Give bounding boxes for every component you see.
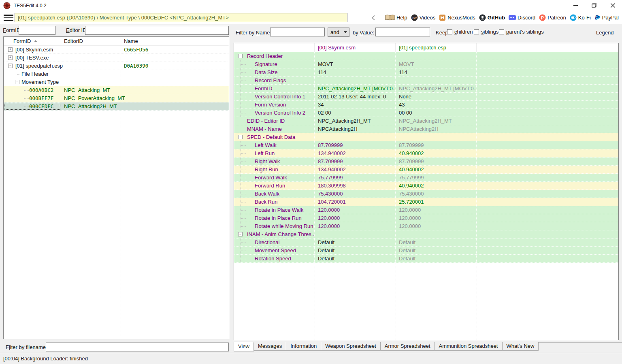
tab-armor-spreadsheet[interactable]: Armor Spreadsheet (380, 342, 435, 351)
view-cell-label[interactable]: −INAM - Anim Change Thres... (234, 230, 315, 238)
toolbar-link-videos[interactable]: GPVideos (411, 14, 436, 21)
view-row[interactable]: Record Flags (234, 77, 618, 85)
tree-cell-formid[interactable]: +[00] Skyrim.esm (4, 46, 61, 53)
view-row[interactable]: Rotate in Place Walk120.0000120.0000 (234, 206, 618, 214)
view-cell-master-value[interactable]: 120.0000 (315, 206, 396, 214)
tree-cell-formid[interactable]: 000BFF7F (4, 94, 61, 102)
view-cell-label[interactable]: Version Control Info 2 (234, 109, 315, 117)
keep-siblings-checkbox[interactable]: siblings (474, 29, 498, 35)
view-column-header-2[interactable]: [01] speedpatch.esp (396, 43, 477, 52)
view-row[interactable]: Right Walk87.70999987.709999 (234, 158, 618, 166)
view-cell-label[interactable]: Left Walk (234, 141, 315, 149)
view-cell-override-value[interactable]: 75.430000 (396, 190, 477, 198)
view-cell-master-value[interactable]: NPC_Attacking2H_MT [MOVT:0... (315, 85, 396, 92)
view-row[interactable]: Right Run134.94000240.940002 (234, 166, 618, 174)
view-row[interactable]: Back Run104.72000125.720001 (234, 198, 618, 206)
tree-column-name[interactable]: Name (121, 37, 229, 45)
expand-icon[interactable]: + (8, 47, 13, 52)
view-cell-master-value[interactable]: 134.940002 (315, 149, 396, 157)
view-cell-override-value[interactable]: Default (396, 247, 477, 254)
view-row[interactable]: FormIDNPC_Attacking2H_MT [MOVT:0...NPC_A… (234, 85, 618, 93)
view-row[interactable]: Back Walk75.43000075.430000 (234, 190, 618, 198)
close-button[interactable] (603, 0, 622, 11)
view-cell-master-value[interactable] (315, 77, 396, 84)
view-cell-master-value[interactable]: 2011-02-13 User: 44 Index: 0 (315, 93, 396, 100)
collapse-icon[interactable]: − (8, 64, 13, 68)
view-cell-master-value[interactable]: 75.779999 (315, 174, 396, 181)
view-cell-label[interactable]: −SPED - Default Data (234, 133, 315, 141)
tree-cell-formid[interactable]: −[01] speedpatch.esp (4, 62, 61, 70)
tree-cell-name[interactable]: D0A10390 (121, 63, 229, 69)
tab-information[interactable]: Information (286, 342, 321, 351)
view-cell-override-value[interactable]: NPC_Attacking2H_MT (396, 117, 477, 125)
tree-cell-formid[interactable]: −Movement Type (4, 78, 61, 86)
view-cell-master-value[interactable]: 34 (315, 101, 396, 109)
collapse-icon[interactable]: − (238, 54, 243, 58)
tree-column-editorid[interactable]: EditorID (61, 37, 121, 45)
tree-cell-formid[interactable]: 000CEDFC (4, 102, 61, 110)
view-cell-override-value[interactable]: None (396, 93, 477, 100)
view-cell-label[interactable]: Record Flags (234, 77, 315, 84)
view-cell-label[interactable]: Rotation Speed (234, 255, 315, 262)
view-cell-override-value[interactable]: NPCAttacking2H (396, 125, 477, 133)
tab-ammunition-spreadsheet[interactable]: Ammunition Spreadsheet (435, 342, 503, 351)
view-cell-label[interactable]: Version Control Info 1 (234, 93, 315, 100)
view-cell-override-value[interactable] (396, 230, 477, 238)
view-cell-label[interactable]: Back Run (234, 198, 315, 206)
view-cell-master-value[interactable] (315, 52, 396, 60)
collapse-icon[interactable]: − (238, 232, 243, 236)
view-cell-label[interactable]: EDID - Editor ID (234, 117, 315, 125)
view-cell-master-value[interactable]: NPCAttacking2H (315, 125, 396, 133)
view-cell-master-value[interactable] (315, 230, 396, 238)
editorid-filter-input[interactable] (85, 26, 229, 35)
toolbar-link-nexusmods[interactable]: NexusMods (439, 14, 475, 21)
restore-button[interactable] (585, 0, 603, 11)
view-cell-master-value[interactable] (315, 133, 396, 141)
tab-weapon-spreadsheet[interactable]: Weapon Spreadsheet (321, 342, 381, 351)
view-cell-master-value[interactable]: Default (315, 238, 396, 246)
view-cell-label[interactable]: FormID (234, 85, 315, 92)
filename-filter-input[interactable] (46, 343, 229, 351)
view-cell-label[interactable]: Form Version (234, 101, 315, 109)
view-cell-label[interactable]: Forward Walk (234, 174, 315, 181)
view-row[interactable]: Data Size114114 (234, 68, 618, 77)
view-cell-label[interactable]: Right Run (234, 166, 315, 173)
view-row[interactable]: Rotate while Moving Run120.0000120.0000 (234, 222, 618, 230)
view-column-header-0[interactable] (234, 43, 315, 52)
view-row[interactable]: EDID - Editor IDNPC_Attacking2H_MTNPC_At… (234, 117, 618, 125)
tree-cell-formid[interactable]: +[00] TESV.exe (4, 54, 61, 62)
view-cell-master-value[interactable]: 02 00 (315, 109, 396, 117)
view-cell-label[interactable]: Forward Run (234, 182, 315, 189)
tab-what-s-new[interactable]: What's New (502, 342, 539, 351)
checkbox-icon[interactable] (499, 29, 504, 34)
tree-cell-editorid[interactable]: NPC_Attacking2H_MT (61, 103, 121, 109)
view-row[interactable]: Left Walk87.70999987.709999 (234, 141, 618, 149)
view-cell-override-value[interactable] (396, 52, 477, 60)
toolbar-link-kofi[interactable]: Ko-Fi (570, 14, 591, 21)
view-cell-override-value[interactable]: MOVT (396, 60, 477, 68)
view-row[interactable]: MNAM - NameNPCAttacking2HNPCAttacking2H (234, 125, 618, 133)
tab-view[interactable]: View (234, 342, 254, 351)
view-cell-override-value[interactable]: 43 (396, 101, 477, 109)
tree-row[interactable]: −Movement Type (4, 78, 229, 86)
view-cell-label[interactable]: Data Size (234, 68, 315, 76)
view-cell-master-value[interactable]: 75.430000 (315, 190, 396, 198)
view-row[interactable]: SignatureMOVTMOVT (234, 60, 618, 68)
tree-row[interactable]: 000BFF7FNPC_PowerAttacking_MT (4, 94, 229, 102)
tree-row[interactable]: −[01] speedpatch.espD0A10390 (4, 62, 229, 70)
tree-row[interactable]: +[00] TESV.exe (4, 54, 229, 62)
view-cell-master-value[interactable]: 134.940002 (315, 166, 396, 173)
view-cell-override-value[interactable]: 120.0000 (396, 214, 477, 222)
view-cell-override-value[interactable]: 40.940002 (396, 182, 477, 189)
tree-cell-editorid[interactable]: NPC_PowerAttacking_MT (61, 95, 121, 101)
view-cell-override-value[interactable]: Default (396, 238, 477, 246)
view-cell-override-value[interactable]: 87.709999 (396, 158, 477, 165)
view-row[interactable]: Movement SpeedDefaultDefault (234, 247, 618, 255)
view-cell-override-value[interactable] (396, 133, 477, 141)
view-cell-label[interactable]: MNAM - Name (234, 125, 315, 133)
view-row[interactable]: −SPED - Default Data (234, 133, 618, 141)
view-row[interactable]: Forward Walk75.77999975.779999 (234, 174, 618, 182)
view-row[interactable]: Version Control Info 202 0000 00 (234, 109, 618, 117)
view-cell-master-value[interactable]: 114 (315, 68, 396, 76)
tree-column-formid[interactable]: FormID (4, 37, 61, 45)
